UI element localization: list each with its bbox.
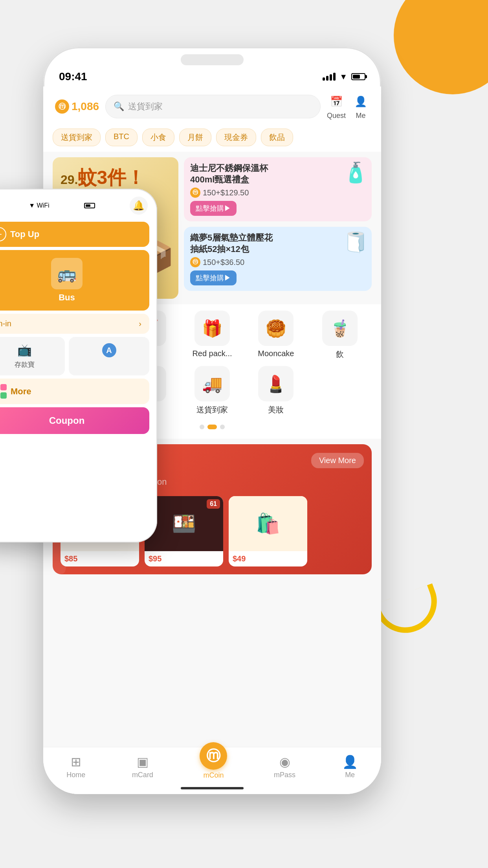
category-beauty[interactable]: 💄 美妝 (248, 366, 303, 415)
tag-mooncake[interactable]: 月餅 (179, 129, 211, 146)
delivery-icon: 🚚 (194, 366, 230, 401)
signin-arrow: › (139, 319, 141, 328)
category-redpack-label: Red pack... (192, 349, 232, 358)
bus-icon: 🚌 (51, 258, 83, 289)
battery-icon (351, 73, 365, 80)
quest-button[interactable]: 📅 Quest (327, 93, 346, 120)
nav-mcoin[interactable]: ⓜ mCoin (200, 754, 227, 780)
quest-label: Quest (327, 112, 346, 120)
quest-icon: 📅 (328, 93, 345, 110)
category-beauty-label: 美妝 (268, 405, 284, 415)
mcard-nav-label: mCard (132, 771, 153, 779)
tag-snacks[interactable]: 小食 (142, 129, 174, 146)
coins-amount: 1,086 (72, 100, 99, 113)
phone2-status: ▼ WiFi 🔔 (0, 189, 157, 219)
mcard-nav-icon: ▣ (137, 754, 149, 769)
search-bar[interactable]: 🔍 送貨到家 (105, 95, 321, 118)
tag-voucher[interactable]: 現金券 (216, 129, 256, 146)
banner-card-tissue-price: ⓜ 150+$36.50 (190, 257, 365, 267)
more-squares-icon (0, 384, 7, 399)
drinks-icon: 🧋 (322, 311, 358, 346)
coins-badge: ⓜ 1,086 (55, 99, 99, 114)
phone2-coupon-button[interactable]: Coupon (0, 407, 149, 434)
flash-item-2-info: $95 (145, 551, 223, 566)
search-placeholder-text: 送貨到家 (128, 101, 163, 112)
banner-card-disney[interactable]: 迪士尼不銹鋼保溫杯400ml甄選禮盒 ⓜ 150+$129.50 點擊搶購▶ 🧴 (184, 157, 372, 221)
phone2-menu-tv[interactable]: 📺 存款寶 (0, 337, 65, 375)
category-drinks-label: 飲 (336, 349, 344, 360)
flash-item-3[interactable]: 🛍️ $49 (229, 496, 307, 566)
status-icons: ▼ (323, 72, 365, 81)
nav-me[interactable]: 👤 Me (342, 754, 358, 779)
banner-card-disney-title: 迪士尼不銹鋼保溫杯400ml甄選禮盒 (190, 163, 365, 185)
bus-label: Bus (59, 292, 75, 303)
tag-btc[interactable]: BTC (105, 129, 138, 146)
view-more-button[interactable]: View More (311, 453, 364, 468)
me-nav-icon: 👤 (342, 754, 358, 769)
flash-item-3-info: $49 (229, 551, 307, 566)
coupon-label: Coupon (49, 415, 85, 426)
category-mooncake[interactable]: 🥮 Mooncake (248, 311, 303, 360)
category-delivery[interactable]: 🚚 送貨到家 (185, 366, 240, 415)
banner-card-disney-price: ⓜ 150+$129.50 (190, 188, 365, 198)
category-placeholder (312, 366, 367, 415)
phone2-signin-button[interactable]: ign-in › (0, 314, 149, 334)
flash-item-3-price: $49 (233, 554, 303, 563)
mpass-nav-icon: ◉ (279, 754, 290, 769)
category-redpack[interactable]: 🎁 Red pack... (185, 311, 240, 360)
flash-item-2-price: $95 (149, 554, 219, 563)
phone2-more-button[interactable]: More (0, 379, 149, 404)
status-bar: 09:41 ▼ (59, 69, 365, 85)
price-text-tissue: 150+$36.50 (203, 258, 244, 267)
dot-2-active (207, 425, 217, 429)
a-icon: A (102, 343, 116, 357)
banner-left-title: 29.蚊3件！ (61, 165, 145, 190)
phone2-menu-a[interactable]: A (69, 337, 149, 375)
phone2-menu: 📺 存款寶 A (0, 337, 149, 375)
phone2-bell-icon: 🔔 (130, 197, 148, 215)
banner-card-tissue[interactable]: 織夢5層氣墊立體壓花抽紙52抽×12包 ⓜ 150+$36.50 點擊搶購▶ 🧻 (184, 227, 372, 291)
status-time: 09:41 (59, 70, 87, 83)
phone2-bus-button[interactable]: 🚌 Bus (0, 250, 149, 311)
mooncake-icon: 🥮 (258, 311, 294, 346)
home-nav-icon: ⊞ (71, 754, 81, 769)
tag-drinks[interactable]: 飲品 (261, 129, 293, 146)
dot-1 (200, 425, 204, 429)
dot-3 (220, 425, 225, 429)
banner-card-tissue-button[interactable]: 點擊搶購▶ (190, 270, 237, 285)
mpass-nav-label: mPass (274, 771, 295, 779)
yellow-arc-decoration (373, 583, 446, 642)
nav-home[interactable]: ⊞ Home (66, 754, 85, 779)
background-circle (394, 0, 488, 94)
tv-icon: 📺 (17, 343, 32, 357)
topup-label: Top Up (10, 229, 39, 239)
me-nav-label: Me (345, 771, 355, 779)
me-icon: 👤 (352, 93, 369, 110)
mcoin-badge-2: ⓜ (190, 257, 200, 267)
tag-delivery[interactable]: 送貨到家 (53, 129, 101, 146)
banner-card-tissue-title: 織夢5層氣墊立體壓花抽紙52抽×12包 (190, 232, 365, 255)
category-delivery-label: 送貨到家 (196, 405, 228, 415)
home-nav-label: Home (66, 771, 85, 779)
banner-right: 迪士尼不銹鋼保溫杯400ml甄選禮盒 ⓜ 150+$129.50 點擊搶購▶ 🧴… (184, 157, 372, 299)
me-button[interactable]: 👤 Me (352, 93, 369, 120)
phone-notch (181, 54, 244, 65)
coin-icon: ⓜ (55, 99, 69, 114)
nav-mpass[interactable]: ◉ mPass (274, 754, 295, 779)
mcoin-nav-icon: ⓜ (200, 742, 227, 770)
home-indicator (181, 787, 244, 789)
search-icon: 🔍 (114, 101, 124, 112)
tv-label: 存款寶 (15, 360, 35, 369)
flash-item-1-info: $85 (61, 551, 139, 566)
app-header: ⓜ 1,086 🔍 送貨到家 📅 Quest 👤 Me (43, 86, 381, 125)
banner-card-disney-button[interactable]: 點擊搶購▶ (190, 201, 237, 216)
mcoin-badge: ⓜ (190, 188, 200, 198)
wifi-icon: ▼ (339, 72, 347, 81)
price-text-disney: 150+$129.50 (203, 188, 249, 197)
nav-mcard[interactable]: ▣ mCard (132, 754, 153, 779)
category-drinks[interactable]: 🧋 飲 (312, 311, 367, 360)
signin-label: ign-in (0, 319, 11, 328)
phone2-topup-button[interactable]: + Top Up (0, 222, 149, 247)
header-icons: 📅 Quest 👤 Me (327, 93, 369, 120)
signal-bars-icon (323, 73, 336, 81)
